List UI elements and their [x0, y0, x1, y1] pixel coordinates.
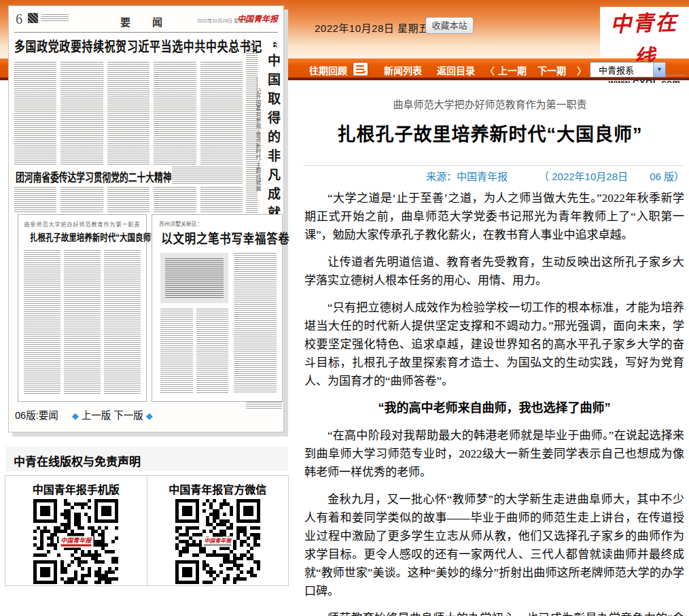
newspaper-box-article-2: 苏州浒墅关新区： 以文明之笔书写幸福答卷 [152, 214, 283, 402]
newspaper-page-number: 6 [16, 12, 22, 27]
select-value: 中青报系 [590, 63, 653, 76]
qr-code-section: 中国青年报手机版 中国青年报 中国青年报官方微信 中国青年报 [5, 475, 289, 586]
page-label: 06版:要闻 [15, 410, 58, 421]
article-subhead: “我的高中老师来自曲师，我也选择了曲师” [304, 399, 684, 417]
box2-columns-left [160, 309, 228, 393]
qr-mobile-title: 中国青年报手机版 [5, 481, 147, 497]
newspaper-second-headline: 团河南省委传达学习贯彻党的二十大精神 [16, 168, 169, 185]
qr-wechat-title: 中国青年报官方微信 [147, 481, 289, 497]
paragraph: “只有把立德树人成效作为检验学校一切工作的根本标准，才能为培养堪当大任的时代新人… [304, 298, 684, 390]
newspaper-filler-text [172, 167, 243, 184]
qr-wechat-logo: 中国青年报 [202, 536, 233, 547]
newspaper-series-select[interactable]: 中青报系 ▼ [590, 62, 666, 78]
article-body: “大学之道是‘止于至善’之道，为人之师当做大先生。”2022年秋季新学期正式开始… [304, 189, 684, 616]
article-title: 扎根孔子故里培养新时代“大国良师” [291, 120, 689, 146]
article-divider [303, 165, 684, 166]
newspaper-barcode-icon [28, 13, 38, 23]
newspaper-section-name: 要 闻 [120, 14, 172, 29]
box1-kicker: 曲阜师范大学把办好师范教育作为第一职责 [18, 220, 146, 228]
next-page-link[interactable]: 下一版 [113, 410, 143, 421]
box2-headline: 以文明之笔书写幸福答卷 [161, 228, 272, 247]
copyright-band: 中青在线版权与免责声明 [5, 447, 288, 471]
newspaper-page-preview: 6 要 闻 2022年10月28日 星期五 中国青年报 多国政党政要持续祝贺习近… [8, 5, 284, 432]
source-page: 06 版） [650, 171, 684, 182]
paragraph: 让传道者先明道信道、教育者先受教育，生动反映出这所孔子家乡大学落实立德树人根本任… [304, 253, 684, 290]
next-bracket-icon: 〉 [577, 63, 586, 77]
nav-next-issue[interactable]: 下一期 [537, 63, 566, 77]
chevron-down-icon[interactable]: ▼ [653, 63, 665, 77]
nav-past-issues[interactable]: 往期回顾 [309, 63, 347, 77]
prev-page-link[interactable]: 上一版 [82, 410, 111, 421]
source-name[interactable]: 来源：中国青年报 [426, 171, 508, 182]
newspaper-columns-top [14, 62, 243, 165]
prev-bracket-icon: 〈 [485, 63, 495, 77]
box2-kicker: 苏州浒墅关新区： [159, 220, 282, 227]
newspaper-columns-mid [14, 187, 243, 213]
newspaper-issue-info [41, 14, 69, 21]
paragraph: “在高中阶段对我帮助最大的韩港老师就是毕业于曲师。”在说起选择来到曲阜师大学习师… [304, 426, 684, 481]
nav-back-to-contents[interactable]: 返回目录 [437, 63, 475, 77]
favorite-site-button[interactable]: 收藏本站 [425, 17, 474, 34]
paragraph: “大学之道是‘止于至善’之道，为人之师当做大先生。”2022年秋季新学期正式开始… [304, 189, 684, 244]
newspaper-masthead: 中国青年报 [237, 12, 278, 24]
page-navigation: 06版:要闻 ◆ 上一版 下一版 ◆ [15, 407, 153, 422]
copyright-heading: 中青在线版权与免责声明 [14, 452, 141, 469]
newspaper-top-headline: 多国政党政要持续祝贺习近平当选中共中央总书记 [14, 36, 240, 56]
prev-page-diamond-icon: ◆ [72, 411, 79, 421]
qr-cell-wechat: 中国青年报官方微信 中国青年报 [147, 476, 289, 585]
newspaper-box-article-1: 曲阜师范大学把办好师范教育作为第一职责 扎根孔子故里培养新时代“大国良师” [18, 214, 147, 402]
source-date: （ 2022年10月28日 [539, 171, 628, 182]
next-page-diamond-icon: ◆ [146, 411, 153, 421]
paragraph: 金秋九月，又一批心怀“教师梦”的大学新生走进曲阜师大，其中不少人有着和姜同学类似… [304, 490, 684, 600]
newspaper-topbar: 6 要 闻 2022年10月28日 星期五 中国青年报 [14, 12, 278, 31]
paragraph: 师范教育始终是曲阜师大的办学初心，也已成为彰显办学竞争力的“金字”招牌。多年来，… [304, 609, 684, 616]
box1-headline: 扎根孔子故里培养新时代“大国良师” [30, 230, 135, 243]
article-source-line: 来源：中国青年报 （ 2022年10月28日 06 版） [426, 169, 684, 183]
issue-list-icon[interactable] [353, 62, 368, 76]
box2-intro-box [160, 253, 228, 303]
qr-mobile-holder: 中国青年报 [33, 499, 118, 584]
site-logo-panel[interactable]: 中青在线 www.CYOL.com [600, 7, 689, 58]
newspaper-rule [14, 32, 278, 33]
current-date: 2022年10月28日 星期五 [315, 20, 429, 35]
qr-mobile-logo: 中国青年报 [58, 536, 93, 547]
article-panel: 曲阜师范大学把办好师范教育作为第一职责 扎根孔子故里培养新时代“大国良师” 来源… [291, 83, 689, 616]
qr-cell-mobile: 中国青年报手机版 中国青年报 [5, 476, 147, 585]
cyol-newspaper-page: 2022年10月28日 星期五 收藏本站 中青在线 www.CYOL.com 往… [0, 0, 689, 616]
box2-columns-right [234, 253, 277, 393]
nav-previous-issue[interactable]: 上一期 [498, 63, 527, 77]
nav-news-list[interactable]: 新闻列表 [384, 63, 422, 77]
article-kicker: 曲阜师范大学把办好师范教育作为第一职责 [291, 97, 689, 111]
qr-wechat-holder: 中国青年报 [175, 499, 260, 584]
box1-columns [24, 250, 141, 394]
